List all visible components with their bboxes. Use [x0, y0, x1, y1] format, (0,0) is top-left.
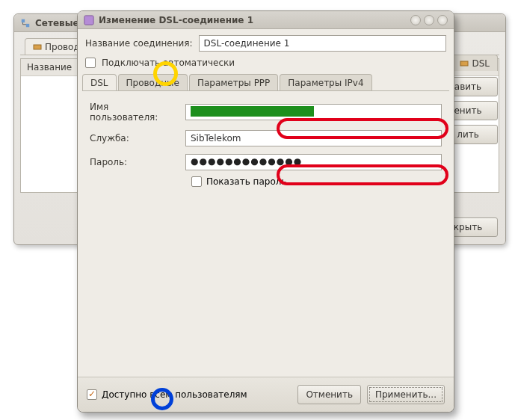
window-icon	[84, 15, 94, 25]
close-icon[interactable]	[437, 15, 448, 25]
username-row: Имя пользователя:	[90, 102, 442, 123]
conn-name-row: Название соединения:	[85, 35, 446, 52]
tab-ipv4[interactable]: Параметры IPv4	[280, 74, 371, 90]
modal-titlebar: Изменение DSL-соединение 1	[78, 11, 454, 29]
tab-wired-modal[interactable]: Проводные	[118, 74, 188, 90]
username-redacted	[191, 106, 314, 117]
password-input[interactable]	[185, 154, 442, 170]
dsl-icon	[460, 59, 469, 68]
tab-ppp[interactable]: Параметры PPP	[189, 74, 278, 90]
service-input[interactable]	[185, 130, 442, 146]
available-all-label: Доступно всем пользователям	[102, 389, 247, 400]
conn-name-input[interactable]	[199, 35, 446, 52]
show-password-row: Показать пароль	[191, 176, 442, 187]
tab-dsl[interactable]: DSL	[82, 74, 117, 90]
footer-buttons: Отменить Применить...	[297, 385, 445, 404]
back-title: Сетевые	[35, 18, 79, 28]
show-password-checkbox[interactable]	[191, 176, 202, 187]
cancel-button[interactable]: Отменить	[297, 385, 361, 404]
apply-button[interactable]: Применить...	[367, 385, 445, 404]
svg-rect-4	[84, 15, 93, 24]
ethernet-icon	[33, 43, 42, 52]
dsl-form: Имя пользователя: Служба: Пароль: Показа…	[78, 91, 454, 190]
tab-dsl-back[interactable]: DSL	[451, 55, 498, 71]
show-password-label: Показать пароль	[206, 176, 286, 187]
tab-dsl-back-label: DSL	[472, 58, 490, 69]
available-all-row: Доступно всем пользователям	[87, 389, 247, 400]
conn-name-label: Название соединения:	[85, 38, 193, 49]
svg-rect-1	[26, 23, 29, 26]
minimize-icon[interactable]	[410, 15, 421, 25]
password-masked	[191, 156, 302, 167]
autoconnect-checkbox[interactable]	[85, 58, 96, 68]
svg-rect-2	[34, 45, 41, 49]
autoconnect-label: Подключать автоматически	[102, 58, 235, 68]
network-icon	[20, 18, 31, 28]
edit-dsl-dialog: Изменение DSL-соединение 1 Название соед…	[77, 10, 454, 413]
maximize-icon[interactable]	[424, 15, 434, 25]
service-row: Служба:	[90, 130, 442, 146]
password-label: Пароль:	[90, 157, 179, 167]
modal-tabs: DSL Проводные Параметры PPP Параметры IP…	[82, 74, 449, 91]
tab-wired-label: Провод	[45, 42, 80, 52]
modal-window-buttons	[410, 15, 448, 25]
service-label: Служба:	[90, 133, 179, 143]
available-all-checkbox[interactable]	[87, 389, 97, 400]
password-row: Пароль:	[90, 154, 442, 170]
modal-title: Изменение DSL-соединение 1	[99, 15, 253, 25]
modal-footer: Доступно всем пользователям Отменить При…	[78, 377, 454, 412]
username-input[interactable]	[185, 104, 442, 120]
svg-rect-0	[22, 19, 25, 22]
autoconnect-row: Подключать автоматически	[85, 58, 446, 68]
svg-rect-3	[460, 61, 468, 66]
username-label: Имя пользователя:	[90, 102, 179, 123]
